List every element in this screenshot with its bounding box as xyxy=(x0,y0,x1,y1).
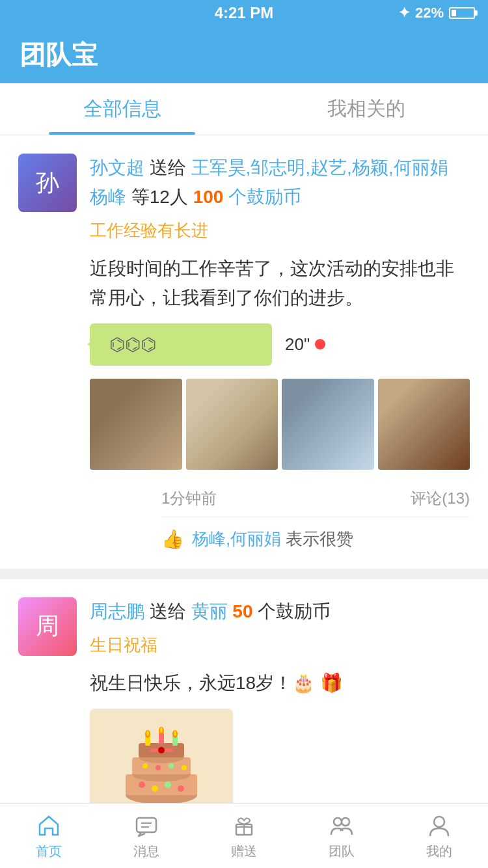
sender-name[interactable]: 周志鹏 xyxy=(90,601,144,621)
avatar[interactable]: 周 xyxy=(18,597,77,656)
post-meta: 孙文超 送给 王军昊,邹志明,赵艺,杨颖,何丽娟杨峰 等12人 100 个鼓励币… xyxy=(90,154,470,244)
svg-point-10 xyxy=(142,763,148,768)
post-sender: 孙文超 送给 王军昊,邹志明,赵艺,杨颖,何丽娟杨峰 等12人 100 个鼓励币 xyxy=(90,154,470,212)
person-icon xyxy=(425,811,454,840)
recipients[interactable]: 黄丽 xyxy=(191,601,228,621)
nav-label-gift: 赠送 xyxy=(231,843,257,860)
post-image-2[interactable] xyxy=(186,379,278,470)
nav-item-gift[interactable]: 赠送 xyxy=(195,811,293,860)
post-text: 近段时间的工作辛苦了，这次活动的安排也非常用心，让我看到了你们的进步。 xyxy=(90,254,470,313)
avatar[interactable]: 孙 xyxy=(18,154,77,212)
post-text: 祝生日快乐，永远18岁！🎂 🎁 xyxy=(90,669,470,698)
message-icon xyxy=(132,811,161,840)
tab-bar: 全部信息 我相关的 xyxy=(0,83,488,135)
svg-point-6 xyxy=(139,781,145,788)
nav-item-team[interactable]: 团队 xyxy=(293,811,390,860)
post-card: 孙 孙文超 送给 王军昊,邹志明,赵艺,杨颖,何丽娟杨峰 等12人 100 个鼓… xyxy=(0,135,488,569)
battery-icon xyxy=(449,7,475,19)
post-header: 周 周志鹏 送给 黄丽 50 个鼓励币 生日祝福 xyxy=(18,597,470,658)
post-comments[interactable]: 评论(13) xyxy=(411,488,470,509)
svg-point-31 xyxy=(342,818,349,826)
svg-rect-24 xyxy=(137,818,156,832)
svg-point-7 xyxy=(152,785,158,792)
post-time: 1分钟前 xyxy=(161,488,217,509)
post-image-4[interactable] xyxy=(378,379,470,470)
battery-percentage: 22% xyxy=(415,5,444,21)
avatar-char: 周 xyxy=(36,610,59,642)
svg-point-8 xyxy=(165,781,171,788)
post-header: 孙 孙文超 送给 王军昊,邹志明,赵艺,杨颖,何丽娟杨峰 等12人 100 个鼓… xyxy=(18,154,470,244)
action-text: 送给 xyxy=(150,601,191,621)
tab-all-info[interactable]: 全部信息 xyxy=(0,83,244,135)
svg-point-32 xyxy=(434,817,444,827)
feed-content: 孙 孙文超 送给 王军昊,邹志明,赵艺,杨颖,何丽娟杨峰 等12人 100 个鼓… xyxy=(0,135,488,868)
svg-point-30 xyxy=(334,818,342,826)
images-grid xyxy=(90,379,470,470)
sender-name[interactable]: 孙文超 xyxy=(90,157,144,178)
voice-bar: ⌬⌬⌬ 20" xyxy=(90,323,470,366)
bluetooth-icon: ✦ xyxy=(398,5,410,21)
birthday-cake-svg xyxy=(116,724,207,815)
status-time: 4:21 PM xyxy=(215,4,274,22)
svg-point-22 xyxy=(160,727,163,733)
svg-point-14 xyxy=(158,747,165,753)
battery-fill xyxy=(452,10,456,16)
voice-button[interactable]: ⌬⌬⌬ xyxy=(90,323,272,366)
coin-count: 50 xyxy=(232,601,252,621)
like-text: 表示很赞 xyxy=(281,528,353,550)
post-likes: 👍 杨峰,何丽娟 表示很赞 xyxy=(161,517,470,556)
post-footer: 1分钟前 评论(13) xyxy=(161,483,470,509)
nav-label-message: 消息 xyxy=(133,843,159,860)
post-image-3[interactable] xyxy=(282,379,374,470)
nav-item-home[interactable]: 首页 xyxy=(0,811,98,860)
coin-unit: 个鼓励币 xyxy=(258,601,331,621)
status-bar: 4:21 PM ✦ 22% xyxy=(0,0,488,26)
svg-point-9 xyxy=(178,785,184,792)
gift-icon xyxy=(230,811,258,840)
nav-label-team: 团队 xyxy=(329,843,355,860)
post-body: 近段时间的工作辛苦了，这次活动的安排也非常用心，让我看到了你们的进步。 ⌬⌬⌬ … xyxy=(90,254,470,556)
post-tag: 生日祝福 xyxy=(90,632,470,659)
team-icon xyxy=(327,811,356,840)
action-text: 送给 xyxy=(150,157,186,178)
post-sender: 周志鹏 送给 黄丽 50 个鼓励币 xyxy=(90,597,470,627)
like-icon: 👍 xyxy=(161,528,184,550)
nav-label-home: 首页 xyxy=(36,843,62,860)
svg-point-21 xyxy=(146,731,149,736)
app-header: 团队宝 xyxy=(0,26,488,83)
avatar-char: 孙 xyxy=(36,167,59,199)
post-image-1[interactable] xyxy=(90,379,182,470)
tab-my-related[interactable]: 我相关的 xyxy=(244,83,488,135)
feed: 孙 孙文超 送给 王军昊,邹志明,赵艺,杨颖,何丽娟杨峰 等12人 100 个鼓… xyxy=(0,135,488,868)
voice-recording-dot xyxy=(315,339,325,349)
voice-waves-icon: ⌬⌬⌬ xyxy=(109,334,156,355)
app-title: 团队宝 xyxy=(20,37,98,73)
like-names[interactable]: 杨峰,何丽娟 xyxy=(192,528,281,550)
nav-item-mine[interactable]: 我的 xyxy=(390,811,488,860)
svg-point-12 xyxy=(169,763,174,768)
post-tag: 工作经验有长进 xyxy=(90,217,470,245)
nav-item-message[interactable]: 消息 xyxy=(98,811,195,860)
svg-point-11 xyxy=(156,765,161,770)
voice-duration: 20" xyxy=(285,334,310,355)
post-meta: 周志鹏 送给 黄丽 50 个鼓励币 生日祝福 xyxy=(90,597,470,658)
svg-point-23 xyxy=(174,731,176,736)
svg-point-13 xyxy=(182,765,187,770)
nav-label-mine: 我的 xyxy=(426,843,452,860)
status-right-icons: ✦ 22% xyxy=(398,5,475,21)
bottom-nav: 首页 消息 赠送 xyxy=(0,803,488,868)
home-icon xyxy=(34,811,63,840)
